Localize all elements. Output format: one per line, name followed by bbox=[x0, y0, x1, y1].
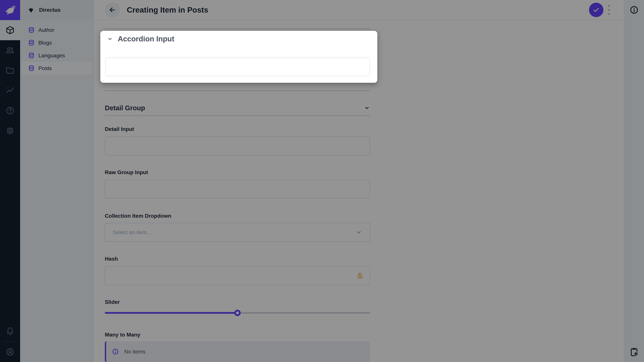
accordion-title: Accordion Input bbox=[118, 35, 174, 43]
accordion-input-card: Accordion Input bbox=[100, 31, 377, 83]
accordion-input[interactable] bbox=[105, 57, 370, 76]
chevron-down-icon bbox=[107, 36, 113, 42]
accordion-header[interactable]: Accordion Input bbox=[107, 34, 370, 43]
directus-app: Directus Author bbox=[0, 0, 644, 362]
